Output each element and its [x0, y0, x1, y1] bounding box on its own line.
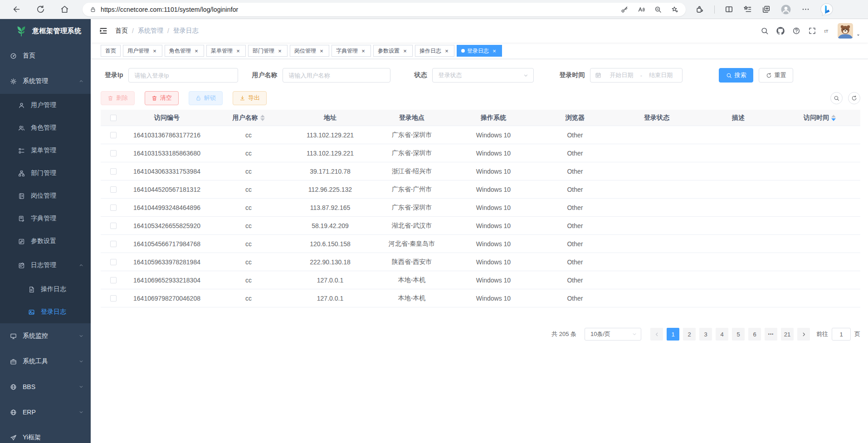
- user-avatar[interactable]: [838, 23, 861, 39]
- tab-item[interactable]: 菜单管理×: [206, 45, 246, 57]
- sidebar-item[interactable]: 系统管理: [0, 68, 91, 94]
- close-icon[interactable]: ×: [491, 48, 497, 54]
- sidebar-item[interactable]: 系统工具: [0, 349, 91, 374]
- more-icon[interactable]: [801, 5, 810, 14]
- tab-item[interactable]: 首页: [101, 45, 121, 57]
- page-size-select[interactable]: 10条/页: [585, 328, 641, 341]
- search-icon[interactable]: [761, 27, 769, 35]
- search-button[interactable]: 搜索: [719, 68, 753, 83]
- sidebar-item[interactable]: 用户管理: [0, 94, 91, 117]
- more-pages-button[interactable]: •••: [765, 328, 777, 341]
- profile-icon[interactable]: [780, 4, 791, 15]
- tab-item[interactable]: 岗位管理×: [290, 45, 329, 57]
- tab-item[interactable]: 字典管理×: [332, 45, 371, 57]
- breadcrumb-item-home[interactable]: 首页: [115, 27, 128, 35]
- column-header[interactable]: 访问时间: [779, 114, 860, 122]
- sort-carets-icon[interactable]: [831, 115, 836, 121]
- breadcrumb-item-system[interactable]: 系统管理: [138, 27, 163, 35]
- previous-page-button[interactable]: [650, 328, 663, 341]
- login-ip-input[interactable]: [128, 68, 238, 83]
- date-range-picker[interactable]: 开始日期 - 结束日期: [590, 68, 683, 83]
- status-select[interactable]: 登录状态: [432, 68, 534, 83]
- page-button[interactable]: 2: [683, 328, 696, 341]
- sidebar-item[interactable]: 角色管理: [0, 117, 91, 139]
- close-icon[interactable]: ×: [444, 48, 450, 54]
- sidebar-item[interactable]: 首页: [0, 43, 91, 68]
- sidebar-item[interactable]: 字典管理: [0, 207, 91, 230]
- close-icon[interactable]: ×: [360, 48, 366, 54]
- sidebar-item[interactable]: 操作日志: [0, 278, 91, 301]
- tab-item[interactable]: 操作日志×: [415, 45, 454, 57]
- row-checkbox[interactable]: [110, 277, 117, 283]
- select-all-checkbox[interactable]: [110, 115, 117, 121]
- help-icon[interactable]: [792, 27, 800, 35]
- refresh-table-button[interactable]: [848, 92, 860, 104]
- reset-button[interactable]: 重置: [759, 68, 793, 83]
- tab-item[interactable]: 登录日志×: [457, 45, 502, 57]
- sidebar-item[interactable]: BBS: [0, 374, 91, 399]
- tab-item[interactable]: 参数设置×: [373, 45, 413, 57]
- row-checkbox[interactable]: [110, 186, 117, 193]
- row-checkbox[interactable]: [110, 295, 117, 302]
- row-checkbox[interactable]: [110, 259, 117, 265]
- column-header[interactable]: 登录状态: [616, 114, 697, 122]
- sidebar-item[interactable]: 系统监控: [0, 323, 91, 349]
- tab-item[interactable]: 部门管理×: [248, 45, 288, 57]
- favorite-add-icon[interactable]: [671, 6, 678, 13]
- row-checkbox[interactable]: [110, 223, 117, 229]
- key-icon[interactable]: [621, 6, 628, 13]
- close-icon[interactable]: ×: [151, 48, 158, 54]
- clear-button[interactable]: 清空: [145, 91, 179, 105]
- close-icon[interactable]: ×: [235, 48, 241, 54]
- sidebar-item[interactable]: ERP: [0, 399, 91, 425]
- row-checkbox[interactable]: [110, 168, 117, 175]
- page-button[interactable]: 5: [732, 328, 745, 341]
- page-button[interactable]: 3: [699, 328, 712, 341]
- tab-item[interactable]: 用户管理×: [123, 45, 162, 57]
- column-header[interactable]: 浏览器: [534, 114, 616, 122]
- home-icon[interactable]: [60, 5, 69, 14]
- search-toggle-button[interactable]: [830, 92, 843, 104]
- row-checkbox[interactable]: [110, 241, 117, 247]
- fullscreen-icon[interactable]: [808, 27, 816, 35]
- export-button[interactable]: 导出: [233, 91, 267, 105]
- github-icon[interactable]: [776, 27, 785, 35]
- back-icon[interactable]: [12, 5, 21, 14]
- column-header[interactable]: 用户名称: [208, 114, 289, 122]
- username-input[interactable]: [283, 68, 390, 83]
- sidebar-item[interactable]: Yi框架: [0, 425, 91, 443]
- extensions-icon[interactable]: [696, 5, 704, 14]
- next-page-button[interactable]: [797, 328, 810, 341]
- page-button[interactable]: 21: [781, 328, 794, 341]
- page-button[interactable]: 4: [716, 328, 728, 341]
- close-icon[interactable]: ×: [277, 48, 283, 54]
- column-header[interactable]: 描述: [697, 114, 779, 122]
- sidebar-item[interactable]: 部门管理: [0, 162, 91, 185]
- refresh-icon[interactable]: [36, 5, 45, 14]
- page-button[interactable]: 1: [667, 328, 679, 341]
- split-screen-icon[interactable]: [725, 5, 733, 14]
- sort-carets-icon[interactable]: [260, 115, 265, 121]
- row-checkbox[interactable]: [110, 150, 117, 156]
- sidebar-item[interactable]: 岗位管理: [0, 185, 91, 207]
- tab-item[interactable]: 角色管理×: [165, 45, 204, 57]
- sidebar-item[interactable]: 日志管理: [0, 253, 91, 278]
- address-bar[interactable]: https://ccnetcore.com:1101/system/log/lo…: [83, 3, 686, 16]
- bing-icon[interactable]: [820, 3, 834, 16]
- column-header[interactable]: 地址: [289, 114, 371, 122]
- sidebar-item[interactable]: 参数设置: [0, 230, 91, 253]
- column-header[interactable]: 访问编号: [126, 114, 208, 122]
- favorites-icon[interactable]: [743, 5, 752, 14]
- column-header[interactable]: 操作系统: [453, 114, 534, 122]
- sidebar-item[interactable]: 登录日志: [0, 301, 91, 323]
- row-checkbox[interactable]: [110, 132, 117, 138]
- column-header[interactable]: 登录地点: [371, 114, 453, 122]
- close-icon[interactable]: ×: [402, 48, 408, 54]
- goto-page-input[interactable]: [832, 328, 851, 341]
- unlock-button[interactable]: 解锁: [189, 91, 223, 105]
- zoom-out-icon[interactable]: [654, 6, 662, 13]
- font-size-icon[interactable]: tT: [824, 27, 832, 35]
- close-icon[interactable]: ×: [318, 48, 325, 54]
- read-aloud-icon[interactable]: [638, 6, 645, 13]
- page-button[interactable]: 6: [748, 328, 761, 341]
